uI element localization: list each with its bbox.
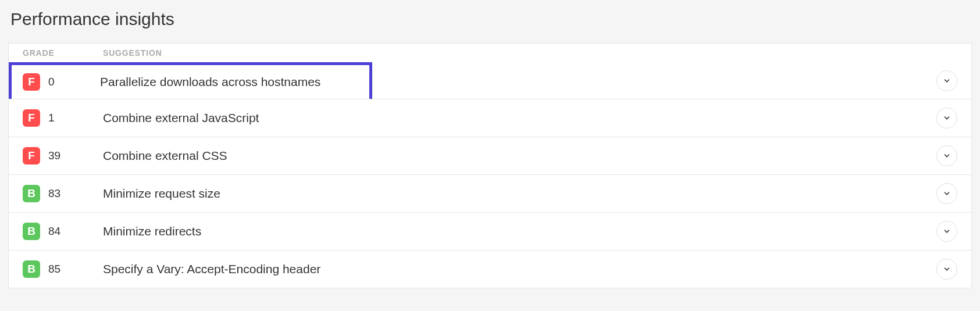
expand-button[interactable] bbox=[936, 221, 957, 242]
chevron-down-icon bbox=[943, 265, 951, 273]
table-row[interactable]: B 84 Minimize redirects bbox=[9, 213, 971, 251]
grade-badge: B bbox=[23, 223, 40, 240]
grade-score: 39 bbox=[48, 149, 60, 162]
suggestion-text: Minimize redirects bbox=[103, 224, 201, 238]
grade-badge: F bbox=[23, 109, 40, 127]
table-row[interactable]: F 0 Parallelize downloads across hostnam… bbox=[9, 62, 971, 99]
expand-button[interactable] bbox=[936, 145, 957, 166]
performance-insights-panel: Performance insights GRADE SUGGESTION F … bbox=[0, 0, 980, 288]
table-row[interactable]: F 39 Combine external CSS bbox=[9, 137, 971, 175]
grade-score: 1 bbox=[48, 112, 55, 124]
grade-badge: B bbox=[23, 185, 40, 202]
grade-score: 85 bbox=[48, 263, 60, 276]
chevron-down-icon bbox=[943, 227, 951, 235]
expand-button[interactable] bbox=[936, 70, 957, 91]
suggestion-text: Combine external JavaScript bbox=[103, 111, 259, 124]
suggestion-text: Minimize request size bbox=[103, 187, 220, 200]
grade-score: 84 bbox=[48, 225, 60, 238]
expand-button[interactable] bbox=[936, 108, 957, 128]
grade-badge: F bbox=[23, 73, 40, 91]
chevron-down-icon bbox=[943, 114, 951, 122]
table-header: GRADE SUGGESTION bbox=[9, 44, 971, 63]
chevron-down-icon bbox=[943, 152, 951, 160]
grade-badge: F bbox=[23, 147, 40, 165]
grade-score: 0 bbox=[48, 76, 55, 88]
chevron-down-icon bbox=[943, 190, 951, 198]
expand-button[interactable] bbox=[936, 183, 957, 204]
table-row[interactable]: B 83 Minimize request size bbox=[9, 175, 971, 213]
table-row[interactable]: B 85 Specify a Vary: Accept-Encoding hea… bbox=[9, 251, 971, 288]
insights-table: GRADE SUGGESTION F 0 Parallelize downloa… bbox=[8, 43, 972, 288]
col-header-suggestion: SUGGESTION bbox=[103, 48, 922, 58]
grade-badge: B bbox=[23, 260, 40, 278]
suggestion-text: Combine external CSS bbox=[103, 149, 227, 162]
col-header-grade: GRADE bbox=[23, 48, 103, 58]
panel-title: Performance insights bbox=[8, 9, 972, 29]
table-row[interactable]: F 1 Combine external JavaScript bbox=[9, 99, 971, 137]
expand-button[interactable] bbox=[936, 259, 957, 280]
chevron-down-icon bbox=[943, 77, 951, 85]
suggestion-text: Parallelize downloads across hostnames bbox=[100, 75, 320, 88]
grade-score: 83 bbox=[48, 187, 60, 200]
suggestion-text: Specify a Vary: Accept-Encoding header bbox=[103, 262, 320, 276]
